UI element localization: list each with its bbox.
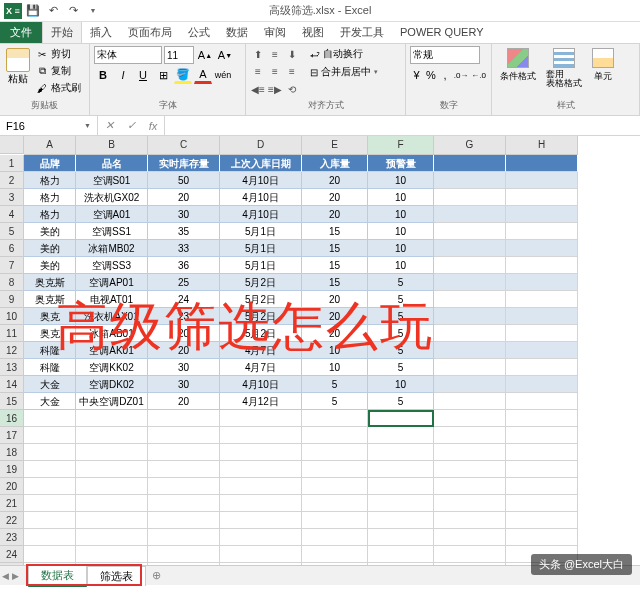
row-header-10[interactable]: 10 xyxy=(0,308,23,325)
cell[interactable] xyxy=(148,427,220,444)
cell[interactable]: 4月10日 xyxy=(220,172,302,189)
cell[interactable]: 格力 xyxy=(24,206,76,223)
cell-styles-button[interactable]: 单元 xyxy=(588,46,618,85)
cell[interactable] xyxy=(148,495,220,512)
cell[interactable]: 上次入库日期 xyxy=(220,155,302,172)
cell[interactable] xyxy=(434,172,506,189)
border-button[interactable]: ⊞ xyxy=(154,66,172,84)
align-middle-icon[interactable]: ≡ xyxy=(267,46,283,62)
cell[interactable]: 洗衣机GX02 xyxy=(76,189,148,206)
cell[interactable] xyxy=(220,546,302,563)
cell[interactable] xyxy=(148,444,220,461)
increase-font-icon[interactable]: A▲ xyxy=(196,46,214,64)
cell[interactable]: 4月10日 xyxy=(220,189,302,206)
italic-button[interactable]: I xyxy=(114,66,132,84)
cell[interactable]: 奥克 xyxy=(24,308,76,325)
format-painter-button[interactable]: 🖌格式刷 xyxy=(34,80,83,96)
cell[interactable]: 10 xyxy=(368,240,434,257)
cells-area[interactable]: 品牌品名实时库存量上次入库日期入库量预警量格力空调S01504月10日2010格… xyxy=(24,155,578,576)
cell[interactable] xyxy=(76,427,148,444)
cell[interactable]: 50 xyxy=(148,172,220,189)
cell[interactable] xyxy=(220,427,302,444)
cell[interactable] xyxy=(506,376,578,393)
save-icon[interactable]: 💾 xyxy=(24,2,42,20)
cell[interactable]: 科隆 xyxy=(24,359,76,376)
cell[interactable]: 5 xyxy=(368,308,434,325)
cell[interactable] xyxy=(220,444,302,461)
cell[interactable] xyxy=(434,478,506,495)
cell[interactable] xyxy=(302,546,368,563)
align-right-icon[interactable]: ≡ xyxy=(284,63,300,79)
cell[interactable] xyxy=(506,478,578,495)
number-format-select[interactable] xyxy=(410,46,480,64)
cell[interactable]: 4月7日 xyxy=(220,359,302,376)
cell[interactable] xyxy=(506,223,578,240)
formula-input[interactable] xyxy=(165,116,640,135)
cell[interactable] xyxy=(24,512,76,529)
cell[interactable]: 5 xyxy=(368,359,434,376)
cell[interactable]: 10 xyxy=(368,257,434,274)
cell[interactable]: 4月10日 xyxy=(220,206,302,223)
cell[interactable]: 10 xyxy=(368,223,434,240)
cell[interactable]: 奥克 xyxy=(24,325,76,342)
cell[interactable] xyxy=(148,478,220,495)
cell[interactable] xyxy=(368,444,434,461)
select-all-corner[interactable] xyxy=(0,136,24,154)
row-header-19[interactable]: 19 xyxy=(0,461,23,478)
qat-dropdown-icon[interactable]: ▼ xyxy=(84,2,102,20)
cell[interactable] xyxy=(24,529,76,546)
cell[interactable] xyxy=(76,478,148,495)
cell[interactable]: 24 xyxy=(148,291,220,308)
cell[interactable] xyxy=(76,461,148,478)
font-size-select[interactable] xyxy=(164,46,194,64)
cell[interactable] xyxy=(368,461,434,478)
cell[interactable]: 5 xyxy=(302,376,368,393)
cell[interactable] xyxy=(506,325,578,342)
col-header-F[interactable]: F xyxy=(368,136,434,155)
cell[interactable]: 品名 xyxy=(76,155,148,172)
cell[interactable] xyxy=(506,393,578,410)
cell[interactable] xyxy=(24,461,76,478)
row-header-15[interactable]: 15 xyxy=(0,393,23,410)
cell[interactable] xyxy=(76,546,148,563)
cell[interactable] xyxy=(24,478,76,495)
cell[interactable] xyxy=(24,410,76,427)
new-sheet-button[interactable]: ⊕ xyxy=(146,567,167,584)
increase-indent-icon[interactable]: ≡▶ xyxy=(267,81,283,97)
cell[interactable] xyxy=(24,427,76,444)
cell[interactable]: 电视AT01 xyxy=(76,291,148,308)
cell[interactable]: 中央空调DZ01 xyxy=(76,393,148,410)
undo-icon[interactable]: ↶ xyxy=(44,2,62,20)
cell[interactable]: 空调AP01 xyxy=(76,274,148,291)
cell[interactable] xyxy=(434,512,506,529)
cell[interactable]: 美的 xyxy=(24,223,76,240)
cell[interactable]: 5月2日 xyxy=(220,325,302,342)
cell[interactable] xyxy=(148,461,220,478)
cell[interactable] xyxy=(368,427,434,444)
cell[interactable]: 25 xyxy=(148,274,220,291)
cell[interactable] xyxy=(434,206,506,223)
cell[interactable] xyxy=(302,410,368,427)
increase-decimal-button[interactable]: .0→ xyxy=(453,66,470,84)
cell[interactable]: 5月1日 xyxy=(220,223,302,240)
cell[interactable]: 30 xyxy=(148,359,220,376)
col-header-A[interactable]: A xyxy=(24,136,76,155)
cell[interactable] xyxy=(368,529,434,546)
fill-color-button[interactable]: 🪣 xyxy=(174,66,192,84)
currency-button[interactable]: ¥ xyxy=(410,66,423,84)
align-center-icon[interactable]: ≡ xyxy=(267,63,283,79)
cell[interactable]: 空调SS3 xyxy=(76,257,148,274)
cell[interactable] xyxy=(434,444,506,461)
cell[interactable]: 20 xyxy=(148,393,220,410)
redo-icon[interactable]: ↷ xyxy=(64,2,82,20)
cell[interactable]: 36 xyxy=(148,257,220,274)
cell[interactable]: 冰箱MB02 xyxy=(76,240,148,257)
cell[interactable] xyxy=(76,444,148,461)
col-header-B[interactable]: B xyxy=(76,136,148,155)
cell[interactable] xyxy=(220,410,302,427)
orientation-icon[interactable]: ⟲ xyxy=(284,81,300,97)
cell[interactable] xyxy=(76,529,148,546)
cell[interactable]: 20 xyxy=(148,342,220,359)
sheet-tab-filter[interactable]: 筛选表 xyxy=(87,566,146,586)
col-header-G[interactable]: G xyxy=(434,136,506,155)
